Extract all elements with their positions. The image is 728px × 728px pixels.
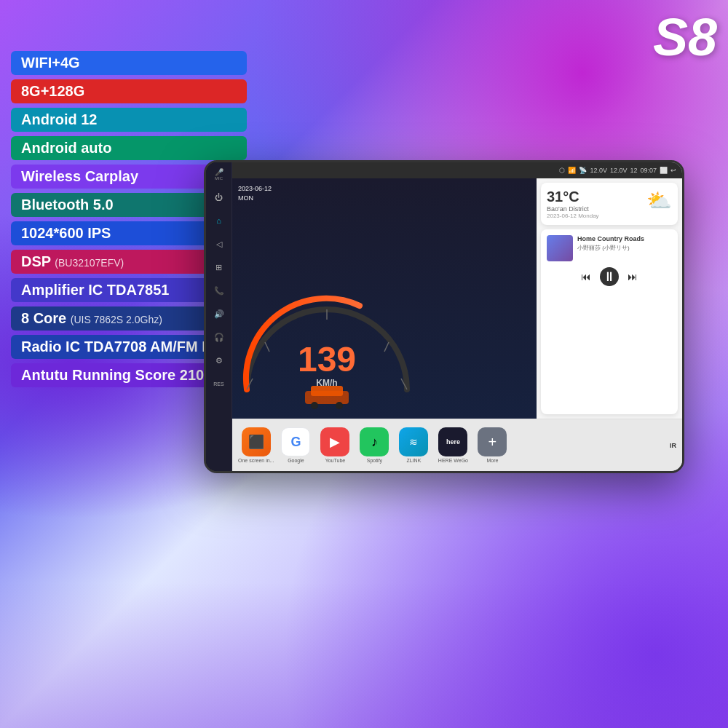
signal-bars: 12 <box>630 167 637 174</box>
more-icon[interactable]: + <box>478 427 507 456</box>
app-youtube[interactable]: ▶ YouTube <box>317 427 352 463</box>
spec-wifi: WIFI+4G <box>11 51 247 75</box>
home-icon[interactable]: ⌂ <box>210 212 228 229</box>
battery-voltage-text: 12.0V <box>610 167 628 174</box>
here-wego-icon[interactable]: here <box>438 427 467 456</box>
right-panel: 31°C Bao'an District 2023-06-12 Monday ⛅ <box>537 178 682 419</box>
nav-icon[interactable]: ◁ <box>210 235 228 253</box>
youtube-label: YouTube <box>325 458 346 463</box>
music-card: Home Country Roads 小野丽莎 (小野リサ) ⏮ ⏸ ⏭ <box>541 229 678 414</box>
app-zlink[interactable]: ≋ ZLINK <box>396 427 431 463</box>
signal-status: 📡 <box>579 167 587 174</box>
wifi-status: 📶 <box>568 167 576 174</box>
back-icon[interactable]: ↩ <box>670 167 676 174</box>
app-dock: ⬛ One screen in... G Google ▶ YouTube ♪ … <box>232 419 682 471</box>
zlink-icon[interactable]: ≋ <box>399 427 428 456</box>
speedometer-panel: 2023-06-12 MON <box>232 178 537 419</box>
res-icon[interactable]: RES <box>210 375 228 392</box>
spec-memory: 8G+128G <box>11 79 247 103</box>
svg-rect-8 <box>311 386 343 396</box>
battery-voltage: 12.0V <box>590 167 607 174</box>
weather-location: Bao'an District <box>547 205 599 213</box>
more-label: More <box>486 458 498 463</box>
spec-android: Android 12 <box>11 108 247 132</box>
here-wego-label: HERE WeGo <box>438 458 468 463</box>
device-sidebar: 🎤 MIC ⏻ ⌂ ◁ ⊞ 📞 🔊 🎧 ⚙ RES <box>206 162 232 471</box>
app-more[interactable]: + More <box>475 427 510 463</box>
svg-point-10 <box>336 402 343 409</box>
prev-button[interactable]: ⏮ <box>581 271 591 282</box>
speedometer-svg: 139 KM/h <box>232 273 422 419</box>
settings-icon[interactable]: ⚙ <box>210 352 228 369</box>
next-button[interactable]: ⏭ <box>628 271 638 282</box>
svg-line-1 <box>265 342 269 352</box>
svg-line-3 <box>384 342 389 352</box>
spec-android-auto: Android auto <box>11 136 247 160</box>
app-one-screen[interactable]: ⬛ One screen in... <box>238 427 274 463</box>
s8-logo: S8 <box>653 7 717 67</box>
one-screen-icon[interactable]: ⬛ <box>242 427 271 456</box>
headphone-icon[interactable]: 🎧 <box>210 328 228 346</box>
mic-icon[interactable]: 🎤 MIC <box>210 165 228 183</box>
zlink-label: ZLINK <box>407 458 422 463</box>
device-screen: 🎤 MIC ⏻ ⌂ ◁ ⊞ 📞 🔊 🎧 ⚙ RES ⬡ 📶 📡 12.0V 12… <box>204 160 684 473</box>
google-icon[interactable]: G <box>281 427 310 456</box>
volume-up-icon[interactable]: 🔊 <box>210 305 228 323</box>
phone-icon[interactable]: 📞 <box>210 282 228 299</box>
play-pause-button[interactable]: ⏸ <box>600 267 619 286</box>
power-icon[interactable]: ⏻ <box>210 189 228 206</box>
ir-label: IR <box>670 442 676 449</box>
app-spotify[interactable]: ♪ Spotify <box>357 427 392 463</box>
weather-date: 2023-06-12 Monday <box>547 213 599 219</box>
date-text: 2023-06-12 <box>238 184 272 194</box>
day-text: MON <box>238 194 272 203</box>
status-bar: ⬡ 📶 📡 12.0V 12.0V 12 09:07 ⬜ ↩ <box>232 162 682 178</box>
spotify-icon[interactable]: ♪ <box>360 427 389 456</box>
music-controls: ⏮ ⏸ ⏭ <box>547 267 672 286</box>
google-label: Google <box>288 458 304 463</box>
weather-card: 31°C Bao'an District 2023-06-12 Monday ⛅ <box>541 183 678 225</box>
bottom-decoration <box>0 582 728 728</box>
app-google[interactable]: G Google <box>278 427 313 463</box>
date-display: 2023-06-12 MON <box>238 184 272 202</box>
spotify-label: Spotify <box>367 458 382 463</box>
weather-temp: 31°C <box>547 189 599 205</box>
bluetooth-status: ⬡ <box>559 167 565 174</box>
one-screen-label: One screen in... <box>238 458 274 463</box>
music-artist: 小野丽莎 (小野リサ) <box>577 244 672 252</box>
weather-icon: ⛅ <box>646 189 672 213</box>
music-title: Home Country Roads <box>577 235 672 244</box>
time-display: 09:07 <box>640 167 657 174</box>
apps-icon[interactable]: ⊞ <box>210 258 228 276</box>
screen-icon: ⬜ <box>660 167 668 174</box>
app-here-wego[interactable]: here HERE WeGo <box>435 427 470 463</box>
svg-text:139: 139 <box>298 340 356 379</box>
music-thumbnail <box>547 235 573 261</box>
svg-point-9 <box>311 402 318 409</box>
youtube-icon[interactable]: ▶ <box>320 427 349 456</box>
